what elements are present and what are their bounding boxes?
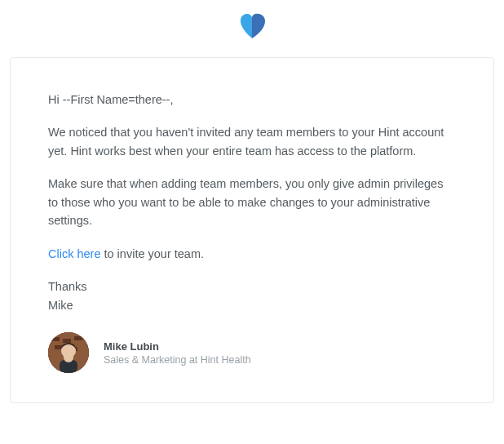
email-body: Hi --First Name=there--, We noticed that… [48,91,456,314]
signature-text: Mike Lubin Sales & Marketing at Hint Hea… [104,340,251,366]
avatar [48,332,89,373]
svg-point-9 [64,353,73,362]
svg-rect-3 [63,339,71,343]
cta-rest-text: to invite your team. [100,247,204,260]
signoff-name: Mike [48,296,456,314]
thanks-text: Thanks [48,278,456,295]
svg-rect-4 [74,336,82,340]
paragraph-2: Make sure that when adding team members,… [48,175,456,229]
invite-team-link[interactable]: Click here [48,247,100,260]
cta-paragraph: Click here to invite your team. [48,245,456,263]
logo-container [10,13,494,42]
greeting-text: Hi --First Name=there--, [48,91,456,109]
email-card: Hi --First Name=there--, We noticed that… [10,57,494,403]
hint-heart-logo-icon [237,13,267,39]
svg-rect-2 [51,337,60,341]
signature-role: Sales & Marketing at Hint Health [104,354,251,366]
signature-name: Mike Lubin [104,340,251,353]
signature-block: Mike Lubin Sales & Marketing at Hint Hea… [48,332,456,373]
paragraph-1: We noticed that you haven't invited any … [48,123,456,160]
